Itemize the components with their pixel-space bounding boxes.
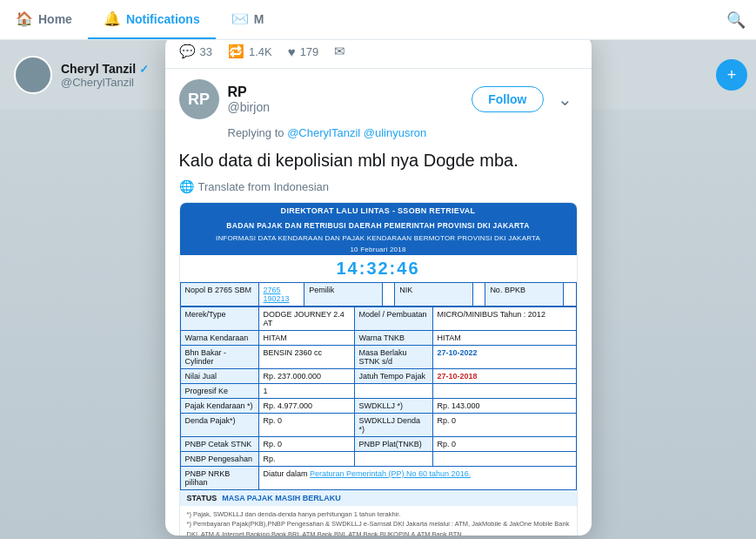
bell-icon: 🔔 [104, 10, 121, 27]
tweet-author-avatar: RP [179, 79, 219, 119]
status-label: STATUS [187, 494, 217, 502]
translate-label: Translate from Indonesian [198, 180, 330, 193]
top-navigation: 🏠 Home 🔔 Notifications ✉️ M 🔍 [0, 0, 756, 40]
reply-action[interactable]: 💬 33 [179, 44, 212, 59]
status-value: MASA PAJAK MASIH BERLAKU [222, 494, 341, 502]
tweet-author-row: RP RP @birjon Follow ⌄ [165, 69, 592, 125]
doc-header-2: BADAN PAJAK DAN RETRIBUSI DAERAH PEMERIN… [180, 219, 577, 232]
table-row: PNBP Pengesahan Rp. [180, 452, 576, 467]
doc-time: 14:32:46 [180, 255, 577, 282]
retweet-action[interactable]: 🔁 1.4K [228, 44, 272, 59]
follow-button[interactable]: Follow [472, 86, 543, 112]
reply-user-2[interactable]: @ulinyusron [364, 126, 426, 139]
reply-count: 33 [200, 45, 212, 58]
doc-header-1: DIREKTORAT LALU LINTAS - SSOBN RETRIEVAL [180, 203, 577, 219]
tweet-author-info: RP @birjon [228, 84, 464, 114]
doc-header-4: 10 Februari 2018 [180, 244, 577, 255]
user-info: Cheryl Tanzil ✓ @CherylTanzil [61, 62, 149, 89]
doc-table: Nopol B 2765 SBM 2765 190213 Pemilik NIK… [180, 282, 577, 307]
nopol-link[interactable]: 190213 [264, 294, 290, 303]
reply-user-1[interactable]: @CherylTanzil [287, 126, 360, 139]
reply-icon: 💬 [179, 44, 196, 59]
nav-notifications[interactable]: 🔔 Notifications [88, 0, 216, 39]
table-row: Bhn Bakar - Cylinder BENSIN 2360 cc Masa… [180, 346, 576, 369]
dm-action[interactable]: ✉ [334, 44, 345, 59]
heart-icon: ♥ [288, 44, 296, 59]
verified-badge: ✓ [139, 63, 149, 76]
document-card: DIREKTORAT LALU LINTAS - SSOBN RETRIEVAL… [179, 202, 578, 536]
tweet-text: Kalo data di kepolisian mbl nya Dogde mb… [165, 145, 592, 178]
like-count: 179 [300, 45, 319, 58]
reply-to: Replying to @CherylTanzil @ulinyusron [165, 125, 592, 145]
table-row: Progresif Ke 1 [180, 384, 576, 399]
bpkb-val [564, 283, 576, 307]
tweet-author-handle: @birjon [228, 100, 464, 114]
user-handle: @CherylTanzil [61, 76, 149, 89]
pemilik-val [383, 283, 395, 307]
table-row: Pajak Kendaraan *) Rp. 4.977.000 SWDKLLJ… [180, 399, 576, 414]
table-row: Denda Pajak*) Rp. 0 SWDKLLJ Denda *) Rp.… [180, 414, 576, 437]
tweet-modal: 💬 33 🔁 1.4K ♥ 179 ✉ RP RP @birjon Follow… [165, 35, 592, 536]
nav-messages-label: M [254, 12, 264, 26]
pp-link[interactable]: Peraturan Pemerintah (PP) No 60 tahun 20… [310, 469, 471, 478]
username: Cheryl Tanzil ✓ [61, 62, 149, 76]
table-row: PNBP Cetak STNK Rp. 0 PNBP Plat(TNKB) Rp… [180, 437, 576, 452]
bpkb-header: No. BPKB [485, 283, 564, 307]
table-row: Nopol B 2765 SBM 2765 190213 Pemilik NIK… [180, 283, 576, 307]
table-row: Warna Kendaraan HITAM Warna TNKB HITAM [180, 331, 576, 346]
nik-header: NIK [395, 283, 473, 307]
nav-home-label: Home [38, 12, 72, 26]
globe-icon: 🌐 [179, 179, 194, 193]
home-icon: 🏠 [16, 10, 33, 27]
doc-data-table: Merek/Type DODGE JOURNEY 2.4 AT Model / … [180, 307, 577, 490]
nopol-label-cell: Nopol B 2765 SBM [180, 283, 258, 307]
like-action[interactable]: ♥ 179 [288, 44, 319, 59]
chevron-down-icon: ⌄ [558, 90, 572, 109]
mail-icon: ✉️ [231, 10, 249, 27]
retweet-count: 1.4K [249, 45, 272, 58]
status-row: STATUS MASA PAJAK MASIH BERLAKU [180, 490, 577, 506]
pemilik-header: Pemilik [304, 283, 383, 307]
nav-messages[interactable]: ✉️ M [216, 0, 280, 39]
table-row: Merek/Type DODGE JOURNEY 2.4 AT Model / … [180, 307, 576, 331]
translate-row[interactable]: 🌐 Translate from Indonesian [165, 178, 592, 202]
action-button[interactable]: + [716, 59, 747, 91]
more-button[interactable]: ⌄ [552, 89, 578, 110]
table-row: PNBP NRKB pilihan Diatur dalam Peraturan… [180, 467, 576, 490]
tweet-author-name: RP [228, 84, 464, 100]
nav-notifications-label: Notifications [126, 12, 200, 26]
footer-line-2: *) Pembayaran Pajak(PKB),PNBP Pengesahan… [187, 519, 570, 536]
footer-line-1: *) Pajak, SWDKLLJ dan denda-denda hanya … [187, 509, 570, 519]
doc-footer: *) Pajak, SWDKLLJ dan denda-denda hanya … [180, 506, 577, 536]
dm-icon: ✉ [334, 44, 345, 59]
retweet-icon: 🔁 [228, 44, 244, 59]
nopol-code[interactable]: 2765 [264, 286, 281, 294]
table-row: Nilai Jual Rp. 237.000.000 Jatuh Tempo P… [180, 369, 576, 384]
search-icon: 🔍 [726, 11, 746, 29]
doc-header-3: INFORMASI DATA KENDARAAN DAN PAJAK KENDA… [180, 232, 577, 244]
nopol-code-cell: 2765 190213 [258, 283, 304, 307]
search-button[interactable]: 🔍 [726, 10, 746, 30]
user-avatar [14, 56, 52, 94]
nik-val [473, 283, 485, 307]
nav-home[interactable]: 🏠 Home [0, 0, 88, 39]
